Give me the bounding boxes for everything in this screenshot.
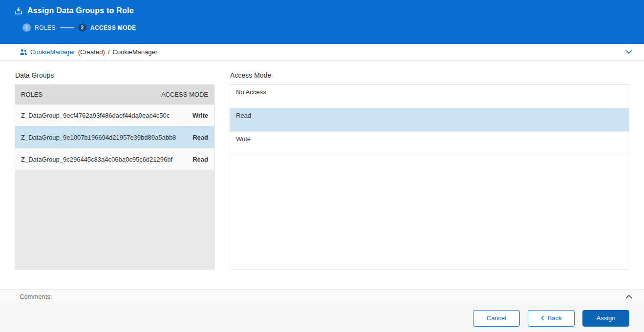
access-option-label: Write <box>236 135 251 143</box>
chevron-down-icon[interactable] <box>623 48 634 56</box>
data-group-access: Read <box>193 134 208 141</box>
step-2-circle: 2 <box>78 23 86 32</box>
wizard-steps: 1 ROLES 2 ACCESS MODE <box>22 23 644 32</box>
data-group-name: Z_DataGroup_9ecf4762a93f486daef44da0eae4… <box>21 112 170 119</box>
table-row[interactable]: Z_DataGroup_9ecf4762a93f486daef44da0eae4… <box>15 104 214 126</box>
access-option-label: No Access <box>236 88 266 96</box>
step-1-label: ROLES <box>35 24 56 31</box>
data-groups-panel: Data Groups ROLES ACCESS MODE Z_DataGrou… <box>15 71 215 270</box>
assign-button-label: Assign <box>596 314 615 322</box>
breadcrumb-context: CookieManager <box>112 48 157 56</box>
step-connector-line <box>60 27 74 28</box>
footer-toolbar: Cancel Back Assign <box>0 304 644 332</box>
table-row[interactable]: Z_DataGroup_9c296445c83a4c06ba0c95c6d212… <box>15 148 214 170</box>
step-roles[interactable]: 1 ROLES <box>22 23 56 32</box>
data-groups-title: Data Groups <box>15 71 215 79</box>
table-header: ROLES ACCESS MODE <box>15 85 214 104</box>
data-group-name: Z_DataGroup_9c296445c83a4c06ba0c95c6d212… <box>21 156 172 163</box>
column-header-roles: ROLES <box>21 91 43 98</box>
assign-role-icon <box>15 7 22 15</box>
data-group-access: Write <box>193 112 208 119</box>
access-mode-panel: Access Mode No Access Read Write <box>230 71 629 270</box>
assign-button[interactable]: Assign <box>582 310 629 327</box>
step-2-label: ACCESS MODE <box>90 24 136 31</box>
data-group-name: Z_DataGroup_9e1007b196694d21957e39bd89a5… <box>21 134 176 141</box>
back-button[interactable]: Back <box>528 310 575 327</box>
chevron-left-icon <box>541 315 544 321</box>
access-option-label: Read <box>236 112 251 119</box>
back-button-label: Back <box>548 314 562 322</box>
chevron-up-icon[interactable] <box>624 293 633 300</box>
wizard-header: Assign Data Groups to Role 1 ROLES 2 ACC… <box>0 0 644 44</box>
role-group-icon <box>20 49 27 55</box>
step-1-circle: 1 <box>22 23 31 32</box>
access-mode-title: Access Mode <box>230 71 629 79</box>
column-header-access-mode: ACCESS MODE <box>161 91 208 98</box>
data-groups-table: ROLES ACCESS MODE Z_DataGroup_9ecf4762a9… <box>15 84 215 270</box>
comments-section[interactable]: Comments: <box>0 289 644 304</box>
table-row[interactable]: Z_DataGroup_9e1007b196694d21957e39bd89a5… <box>15 126 214 148</box>
access-option-write[interactable]: Write <box>230 132 629 155</box>
main-content: Data Groups ROLES ACCESS MODE Z_DataGrou… <box>0 61 644 289</box>
access-option-no-access[interactable]: No Access <box>230 85 629 108</box>
access-option-read[interactable]: Read <box>230 108 629 132</box>
breadcrumb-role-link[interactable]: CookieManager <box>30 48 75 56</box>
page-title: Assign Data Groups to Role <box>27 6 134 15</box>
breadcrumb: CookieManager (Created) / CookieManager <box>0 44 644 61</box>
access-mode-list: No Access Read Write <box>230 84 629 270</box>
comments-label: Comments: <box>20 293 52 300</box>
cancel-button-label: Cancel <box>487 314 506 322</box>
breadcrumb-separator: / <box>108 48 110 56</box>
step-access-mode[interactable]: 2 ACCESS MODE <box>78 23 136 32</box>
data-group-access: Read <box>193 156 208 163</box>
breadcrumb-status: (Created) <box>78 48 105 56</box>
cancel-button[interactable]: Cancel <box>473 310 520 327</box>
